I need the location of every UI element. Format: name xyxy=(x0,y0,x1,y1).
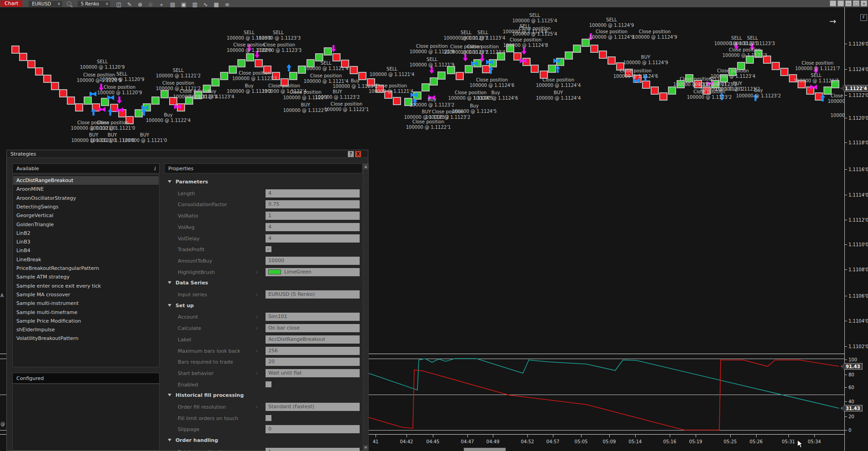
time-tick-label: 04:47 xyxy=(461,439,474,444)
properties-header: Properties xyxy=(164,163,362,173)
time-tick-label: 05:25 xyxy=(724,439,737,444)
strategy-list-item[interactable]: GeorgeVertical xyxy=(13,211,159,220)
property-input[interactable]: 0 xyxy=(266,425,360,433)
property-dropdown[interactable]: Sim101 xyxy=(266,313,360,321)
price-axis[interactable]: 1.1126'01.1124'01.1122'01.1120'01.1118'0… xyxy=(844,7,868,451)
property-row: LabelAccDistRangeBreakout xyxy=(164,334,362,345)
strategy-list-item[interactable]: GoldenTriangle xyxy=(13,220,159,229)
close-icon[interactable]: X xyxy=(355,151,361,157)
fixed-scale-button[interactable]: F xyxy=(860,14,867,21)
window-tab2-button[interactable] xyxy=(838,0,844,6)
property-label: AmountToBuy xyxy=(178,258,212,264)
section-label: Order handling xyxy=(176,437,218,443)
property-dropdown[interactable]: Standard (Fastest) xyxy=(266,403,360,411)
horizontal-scrollbar-thumb[interactable] xyxy=(464,448,506,451)
property-checkbox[interactable] xyxy=(266,415,271,421)
property-label: ConsolidationFactor xyxy=(178,202,227,208)
crosshair-icon[interactable]: ＋ xyxy=(159,1,164,8)
strategy-list-item[interactable]: Sample multi-timeframe xyxy=(13,308,159,317)
strategy-list-item[interactable]: AccDistRangeBreakout xyxy=(13,176,159,185)
property-input[interactable]: 10000 xyxy=(266,257,360,265)
strategy-list-item[interactable]: DetectingSwings xyxy=(13,203,159,211)
help-button[interactable]: ? xyxy=(348,151,354,157)
strategy-list-item[interactable]: Sample enter once exit every tick xyxy=(13,282,159,290)
scroll-up-icon[interactable]: ▲ xyxy=(363,164,368,169)
strategy-list-item[interactable]: AroonMINE xyxy=(13,185,159,193)
chart-style-icon[interactable]: ◫ xyxy=(116,1,121,8)
strategy-list-item[interactable]: VolatilityBreakoutPattern xyxy=(13,334,159,343)
zoom-in-icon[interactable]: ⊕ xyxy=(138,1,142,8)
data-box-icon[interactable]: ▤ xyxy=(170,1,175,8)
time-tick xyxy=(581,435,582,437)
info-icon[interactable]: i xyxy=(154,166,156,172)
properties-body: ParametersLength4ConsolidationFactor0.75… xyxy=(164,174,362,451)
go-to-latest-arrow-icon[interactable]: → xyxy=(829,16,836,26)
property-dropdown[interactable]: LimeGreen xyxy=(266,268,360,276)
property-input[interactable]: 4 xyxy=(266,189,360,198)
configured-strategy-list[interactable] xyxy=(12,384,160,451)
minimize-button[interactable]: — xyxy=(845,0,852,6)
zoom-out-icon[interactable]: ⊖ xyxy=(148,1,153,8)
section-collapse-icon[interactable] xyxy=(168,281,171,284)
indicator-tick-label: 0 xyxy=(848,428,851,433)
strategy-list-item[interactable]: LinB3 xyxy=(13,238,159,246)
color-swatch xyxy=(268,269,281,274)
line-chart-icon[interactable]: ∿ xyxy=(203,1,208,8)
properties-scrollbar[interactable]: ▲ ▼ xyxy=(363,163,369,451)
property-input[interactable]: AccDistRangeBreakout xyxy=(266,335,360,344)
property-checkbox[interactable] xyxy=(266,381,271,387)
strategy-list-item[interactable]: AroonOscillatorStrategy xyxy=(13,194,159,203)
chart-menu-button[interactable]: Chart xyxy=(0,0,22,7)
property-dropdown[interactable]: 256 xyxy=(266,347,360,355)
strategy-list-item[interactable]: PriceBreakoutRectangularPattern xyxy=(13,264,159,273)
property-dropdown[interactable]: Wait until flat xyxy=(266,369,360,377)
instrument-dropdown[interactable]: EURUSD ∨ xyxy=(29,1,62,7)
pencil-draw-icon[interactable]: ✎ xyxy=(127,1,132,8)
strategy-list-item[interactable]: LineBreak xyxy=(13,255,159,264)
strategy-list-item[interactable]: Sample ATM strategy xyxy=(13,273,159,281)
section-label: Data Series xyxy=(176,280,208,286)
restore-button[interactable]: □ xyxy=(853,0,859,6)
price-tick-label: 1.1102'0 xyxy=(848,344,868,349)
scroll-down-icon[interactable]: ▼ xyxy=(363,445,368,451)
bar-chart-icon[interactable]: ▥ xyxy=(192,1,197,8)
available-strategy-list[interactable]: AccDistRangeBreakoutAroonMINEAroonOscill… xyxy=(12,174,160,367)
strategy-list-item[interactable]: Sample Price Modification xyxy=(13,317,159,325)
strategy-list-item[interactable]: LinB2 xyxy=(13,229,159,238)
instrument-label: EURUSD xyxy=(32,1,51,7)
property-checkbox[interactable]: ✓ xyxy=(266,246,271,252)
property-row: Parameters xyxy=(164,177,362,188)
time-tick-label: 05:05 xyxy=(575,439,588,444)
property-input[interactable]: 4 xyxy=(266,234,360,243)
window-split-icon[interactable]: ▣ xyxy=(181,1,186,8)
section-collapse-icon[interactable] xyxy=(168,180,171,183)
strategy-list-item[interactable]: Sample MA crossover xyxy=(13,290,159,299)
section-collapse-icon[interactable] xyxy=(168,304,171,307)
property-dropdown[interactable]: EURUSD (5 Renko) xyxy=(266,290,360,299)
property-dropdown[interactable]: On bar close xyxy=(266,324,360,332)
indicator-value-badge: 31.43 xyxy=(841,405,863,412)
strategy-list-item[interactable]: shElderImpulse xyxy=(13,325,159,334)
strategy-list-item[interactable]: Sample multi-instrument xyxy=(13,299,159,308)
list-icon[interactable]: ≡ xyxy=(225,1,229,8)
interval-dropdown[interactable]: 5 Renko ∨ xyxy=(78,1,110,7)
section-collapse-icon[interactable] xyxy=(168,394,171,396)
indicator-tick xyxy=(845,375,847,375)
property-row: AmountToBuy10000 xyxy=(164,256,362,267)
indicator-value-badge: 91.43 xyxy=(841,363,863,370)
price-tick xyxy=(845,321,847,321)
strategy-list-item[interactable]: LinB4 xyxy=(13,246,159,255)
property-row: VolRatio1 xyxy=(164,211,362,222)
clipboard-chart-icon[interactable]: ▦ xyxy=(214,1,219,8)
property-input[interactable]: 4 xyxy=(266,223,360,231)
property-input[interactable]: 20 xyxy=(266,358,360,366)
close-button[interactable]: × xyxy=(861,0,867,6)
property-input[interactable]: 1 xyxy=(266,212,360,220)
dialog-title[interactable]: Strategies xyxy=(7,150,368,158)
section-collapse-icon[interactable] xyxy=(168,439,171,441)
window-tab-button[interactable] xyxy=(830,0,836,6)
property-input[interactable]: 1 xyxy=(266,448,360,451)
time-tick-label: 05:19 xyxy=(689,439,702,444)
search-icon[interactable] xyxy=(67,1,71,6)
property-input[interactable]: 0.75 xyxy=(266,200,360,208)
